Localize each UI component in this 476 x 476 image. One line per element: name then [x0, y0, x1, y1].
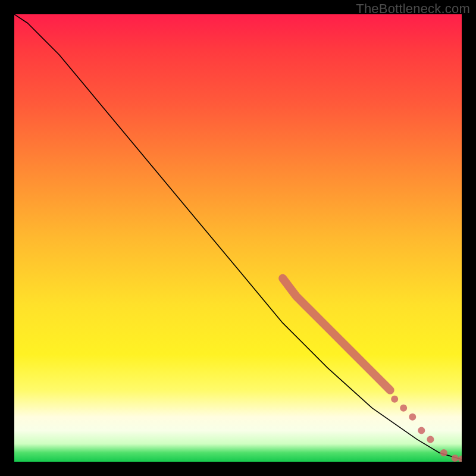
chart-overlay-svg: [14, 14, 462, 462]
plot-area: [14, 14, 462, 462]
highlighted-segment: [283, 278, 390, 390]
svg-point-7: [458, 456, 462, 462]
chart-stage: TheBottleneck.com: [0, 0, 476, 476]
svg-point-3: [418, 427, 425, 434]
svg-point-2: [409, 414, 416, 421]
svg-point-5: [440, 449, 447, 456]
svg-point-1: [400, 405, 407, 412]
svg-point-0: [391, 396, 398, 403]
svg-point-4: [427, 436, 434, 443]
svg-point-6: [452, 455, 459, 462]
curve-line: [14, 14, 462, 459]
